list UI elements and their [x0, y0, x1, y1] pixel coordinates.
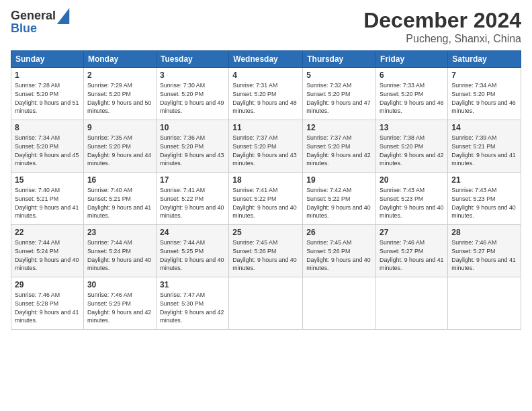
day-info: Sunrise: 7:42 AMSunset: 5:22 PMDaylight:… — [306, 187, 370, 219]
calendar-day-cell: 8 Sunrise: 7:34 AMSunset: 5:20 PMDayligh… — [11, 120, 84, 173]
day-info: Sunrise: 7:46 AMSunset: 5:27 PMDaylight:… — [451, 239, 515, 271]
day-info: Sunrise: 7:41 AMSunset: 5:22 PMDaylight:… — [160, 187, 224, 219]
calendar-table: Sunday Monday Tuesday Wednesday Thursday… — [11, 50, 521, 330]
day-info: Sunrise: 7:43 AMSunset: 5:23 PMDaylight:… — [451, 187, 515, 219]
day-info: Sunrise: 7:44 AMSunset: 5:24 PMDaylight:… — [15, 239, 79, 271]
day-info: Sunrise: 7:31 AMSunset: 5:20 PMDaylight:… — [232, 82, 296, 114]
day-info: Sunrise: 7:29 AMSunset: 5:20 PMDaylight:… — [87, 82, 151, 114]
svg-marker-0 — [57, 8, 69, 24]
calendar-day-cell: 3 Sunrise: 7:30 AMSunset: 5:20 PMDayligh… — [156, 68, 228, 120]
day-number: 27 — [380, 228, 444, 237]
day-number: 13 — [380, 123, 444, 132]
calendar-day-cell — [229, 277, 303, 330]
day-info: Sunrise: 7:40 AMSunset: 5:21 PMDaylight:… — [87, 187, 151, 219]
calendar-day-cell: 11 Sunrise: 7:37 AMSunset: 5:20 PMDaylig… — [229, 120, 303, 173]
title-block: December 2024 Pucheng, Shanxi, China — [363, 8, 521, 45]
calendar-day-cell: 14 Sunrise: 7:39 AMSunset: 5:21 PMDaylig… — [448, 120, 521, 173]
day-info: Sunrise: 7:34 AMSunset: 5:20 PMDaylight:… — [15, 134, 79, 167]
day-info: Sunrise: 7:34 AMSunset: 5:20 PMDaylight:… — [451, 82, 515, 114]
day-number: 19 — [306, 175, 372, 185]
day-info: Sunrise: 7:39 AMSunset: 5:21 PMDaylight:… — [451, 134, 515, 167]
calendar-week-2: 8 Sunrise: 7:34 AMSunset: 5:20 PMDayligh… — [11, 120, 521, 173]
day-info: Sunrise: 7:44 AMSunset: 5:25 PMDaylight:… — [160, 239, 224, 271]
day-number: 12 — [306, 123, 372, 132]
calendar-week-5: 29 Sunrise: 7:46 AMSunset: 5:28 PMDaylig… — [11, 277, 521, 330]
day-number: 4 — [232, 71, 299, 80]
logo: General Blue — [11, 8, 71, 36]
day-number: 20 — [380, 175, 444, 185]
day-number: 16 — [87, 175, 152, 185]
calendar-day-cell: 21 Sunrise: 7:43 AMSunset: 5:23 PMDaylig… — [448, 173, 521, 225]
day-number: 3 — [160, 71, 225, 80]
calendar-day-cell: 6 Sunrise: 7:33 AMSunset: 5:20 PMDayligh… — [376, 68, 448, 120]
day-info: Sunrise: 7:46 AMSunset: 5:27 PMDaylight:… — [380, 239, 443, 271]
day-number: 22 — [15, 228, 80, 237]
calendar-day-cell: 5 Sunrise: 7:32 AMSunset: 5:20 PMDayligh… — [303, 68, 376, 120]
calendar-week-3: 15 Sunrise: 7:40 AMSunset: 5:21 PMDaylig… — [11, 173, 521, 225]
day-info: Sunrise: 7:37 AMSunset: 5:20 PMDaylight:… — [232, 134, 296, 167]
calendar-day-cell: 4 Sunrise: 7:31 AMSunset: 5:20 PMDayligh… — [229, 68, 303, 120]
day-number: 28 — [451, 228, 517, 237]
calendar-day-cell: 28 Sunrise: 7:46 AMSunset: 5:27 PMDaylig… — [448, 225, 521, 277]
day-number: 23 — [87, 228, 152, 237]
col-sunday: Sunday — [11, 51, 84, 68]
calendar-day-cell: 22 Sunrise: 7:44 AMSunset: 5:24 PMDaylig… — [11, 225, 84, 277]
calendar-day-cell: 20 Sunrise: 7:43 AMSunset: 5:23 PMDaylig… — [376, 173, 448, 225]
calendar-day-cell: 15 Sunrise: 7:40 AMSunset: 5:21 PMDaylig… — [11, 173, 84, 225]
calendar-day-cell: 7 Sunrise: 7:34 AMSunset: 5:20 PMDayligh… — [448, 68, 521, 120]
calendar-header-row: Sunday Monday Tuesday Wednesday Thursday… — [11, 51, 521, 68]
day-number: 11 — [232, 123, 299, 132]
calendar-day-cell: 29 Sunrise: 7:46 AMSunset: 5:28 PMDaylig… — [11, 277, 84, 330]
day-info: Sunrise: 7:32 AMSunset: 5:20 PMDaylight:… — [306, 82, 370, 114]
day-number: 18 — [232, 175, 299, 185]
day-number: 6 — [380, 71, 444, 80]
day-number: 7 — [451, 71, 517, 80]
calendar-day-cell: 17 Sunrise: 7:41 AMSunset: 5:22 PMDaylig… — [156, 173, 228, 225]
day-info: Sunrise: 7:38 AMSunset: 5:20 PMDaylight:… — [380, 134, 443, 167]
calendar-day-cell: 31 Sunrise: 7:47 AMSunset: 5:30 PMDaylig… — [156, 277, 228, 330]
col-tuesday: Tuesday — [156, 51, 228, 68]
day-number: 2 — [87, 71, 152, 80]
day-info: Sunrise: 7:43 AMSunset: 5:23 PMDaylight:… — [380, 187, 443, 219]
day-number: 14 — [451, 123, 517, 132]
day-info: Sunrise: 7:46 AMSunset: 5:29 PMDaylight:… — [87, 291, 151, 324]
calendar-day-cell — [448, 277, 521, 330]
day-info: Sunrise: 7:44 AMSunset: 5:24 PMDaylight:… — [87, 239, 151, 271]
logo-general: General — [11, 9, 56, 22]
day-info: Sunrise: 7:33 AMSunset: 5:20 PMDaylight:… — [380, 82, 443, 114]
day-number: 30 — [87, 280, 152, 289]
day-number: 24 — [160, 228, 225, 237]
calendar-day-cell: 19 Sunrise: 7:42 AMSunset: 5:22 PMDaylig… — [303, 173, 376, 225]
calendar-day-cell: 16 Sunrise: 7:40 AMSunset: 5:21 PMDaylig… — [83, 173, 156, 225]
day-info: Sunrise: 7:28 AMSunset: 5:20 PMDaylight:… — [15, 82, 79, 114]
calendar-day-cell: 24 Sunrise: 7:44 AMSunset: 5:25 PMDaylig… — [156, 225, 228, 277]
day-info: Sunrise: 7:45 AMSunset: 5:26 PMDaylight:… — [232, 239, 296, 271]
day-info: Sunrise: 7:46 AMSunset: 5:28 PMDaylight:… — [15, 291, 79, 324]
col-monday: Monday — [83, 51, 156, 68]
calendar-day-cell: 18 Sunrise: 7:41 AMSunset: 5:22 PMDaylig… — [229, 173, 303, 225]
day-info: Sunrise: 7:30 AMSunset: 5:20 PMDaylight:… — [160, 82, 224, 114]
calendar-day-cell: 2 Sunrise: 7:29 AMSunset: 5:20 PMDayligh… — [83, 68, 156, 120]
calendar-day-cell: 23 Sunrise: 7:44 AMSunset: 5:24 PMDaylig… — [83, 225, 156, 277]
day-number: 21 — [451, 175, 517, 185]
day-number: 26 — [306, 228, 372, 237]
day-info: Sunrise: 7:47 AMSunset: 5:30 PMDaylight:… — [160, 291, 224, 324]
col-friday: Friday — [376, 51, 448, 68]
day-number: 5 — [306, 71, 372, 80]
day-info: Sunrise: 7:41 AMSunset: 5:22 PMDaylight:… — [232, 187, 296, 219]
location: Pucheng, Shanxi, China — [363, 33, 521, 45]
calendar-day-cell: 13 Sunrise: 7:38 AMSunset: 5:20 PMDaylig… — [376, 120, 448, 173]
day-info: Sunrise: 7:40 AMSunset: 5:21 PMDaylight:… — [15, 187, 79, 219]
calendar-day-cell: 25 Sunrise: 7:45 AMSunset: 5:26 PMDaylig… — [229, 225, 303, 277]
calendar-week-1: 1 Sunrise: 7:28 AMSunset: 5:20 PMDayligh… — [11, 68, 521, 120]
calendar-day-cell — [303, 277, 376, 330]
calendar-day-cell: 26 Sunrise: 7:45 AMSunset: 5:26 PMDaylig… — [303, 225, 376, 277]
calendar-week-4: 22 Sunrise: 7:44 AMSunset: 5:24 PMDaylig… — [11, 225, 521, 277]
month-title: December 2024 — [363, 8, 521, 33]
day-number: 1 — [15, 71, 80, 80]
day-info: Sunrise: 7:35 AMSunset: 5:20 PMDaylight:… — [87, 134, 151, 167]
day-number: 9 — [87, 123, 152, 132]
col-wednesday: Wednesday — [229, 51, 303, 68]
page-header: General Blue December 2024 Pucheng, Shan… — [11, 8, 521, 45]
day-number: 29 — [15, 280, 80, 289]
